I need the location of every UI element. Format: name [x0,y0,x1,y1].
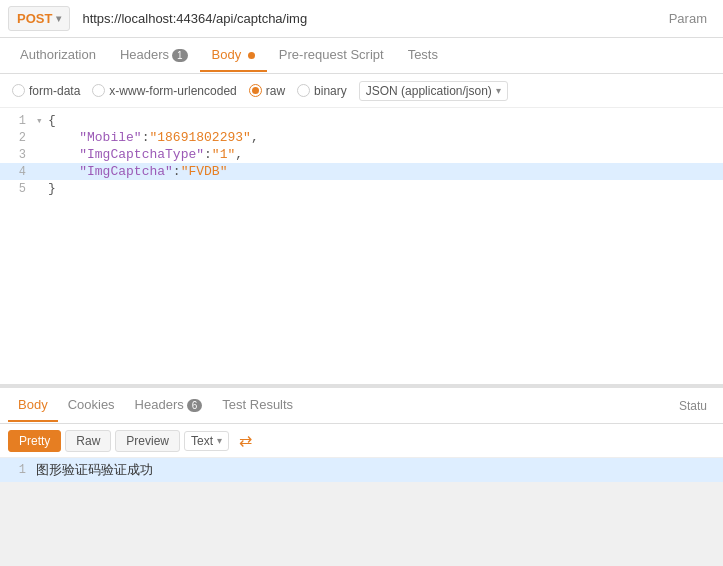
status-label: Statu [679,399,715,413]
response-line: 1图形验证码验证成功 [0,458,723,482]
json-type-select[interactable]: JSON (application/json) ▾ [359,81,508,101]
radio-binary[interactable]: binary [297,84,347,98]
code-editor[interactable]: 1▾{2 "Mobile":"18691802293",3 "ImgCaptch… [0,108,723,388]
resp-text-select[interactable]: Text ▾ [184,431,229,451]
method-button[interactable]: POST ▾ [8,6,70,31]
radio-circle-binary [297,84,310,97]
tab-authorization[interactable]: Authorization [8,39,108,72]
response-line-text: 图形验证码验证成功 [36,461,153,479]
tab-headers[interactable]: Headers1 [108,39,200,72]
resp-raw-button[interactable]: Raw [65,430,111,452]
tab-tests[interactable]: Tests [396,39,450,72]
radio-circle-urlencoded [92,84,105,97]
request-tab-bar: Authorization Headers1 Body Pre-request … [0,38,723,74]
radio-circle-form-data [12,84,25,97]
code-text: } [48,181,56,196]
wrap-icon[interactable]: ⇄ [239,431,252,450]
resp-tab-test-results[interactable]: Test Results [212,389,303,422]
response-body: 1图形验证码验证成功 [0,458,723,482]
response-toolbar: Pretty Raw Preview Text ▾ ⇄ [0,424,723,458]
response-tab-bar: Body Cookies Headers6 Test Results Statu [0,388,723,424]
top-bar: POST ▾ Param [0,0,723,38]
response-line-number: 1 [0,463,36,477]
code-line: 3 "ImgCaptchaType":"1", [0,146,723,163]
resp-tab-cookies[interactable]: Cookies [58,389,125,422]
radio-form-data[interactable]: form-data [12,84,80,98]
radio-raw[interactable]: raw [249,84,285,98]
body-options-bar: form-data x-www-form-urlencoded raw bina… [0,74,723,108]
radio-label-raw: raw [266,84,285,98]
radio-label-binary: binary [314,84,347,98]
resp-tab-body[interactable]: Body [8,389,58,422]
code-text: "Mobile":"18691802293", [48,130,259,145]
radio-circle-raw [249,84,262,97]
code-line: 2 "Mobile":"18691802293", [0,129,723,146]
method-chevron: ▾ [56,13,61,24]
line-arrow: ▾ [36,114,48,127]
line-number: 2 [0,131,36,145]
code-line: 4 "ImgCaptcha":"FVDB" [0,163,723,180]
code-text: "ImgCaptchaType":"1", [48,147,243,162]
code-text: { [48,113,56,128]
line-number: 4 [0,165,36,179]
body-dot [248,52,255,59]
tab-prerequest[interactable]: Pre-request Script [267,39,396,72]
line-number: 3 [0,148,36,162]
line-number: 1 [0,114,36,128]
resp-preview-button[interactable]: Preview [115,430,180,452]
code-line: 5} [0,180,723,197]
tab-body[interactable]: Body [200,39,267,72]
resp-tab-headers[interactable]: Headers6 [125,389,213,422]
code-line: 1▾{ [0,112,723,129]
param-button[interactable]: Param [661,7,715,30]
radio-urlencoded[interactable]: x-www-form-urlencoded [92,84,236,98]
radio-label-urlencoded: x-www-form-urlencoded [109,84,236,98]
line-number: 5 [0,182,36,196]
code-text: "ImgCaptcha":"FVDB" [48,164,227,179]
url-input[interactable] [78,9,652,28]
resp-pretty-button[interactable]: Pretty [8,430,61,452]
method-label: POST [17,11,52,26]
radio-label-form-data: form-data [29,84,80,98]
response-section: Body Cookies Headers6 Test Results Statu… [0,388,723,482]
